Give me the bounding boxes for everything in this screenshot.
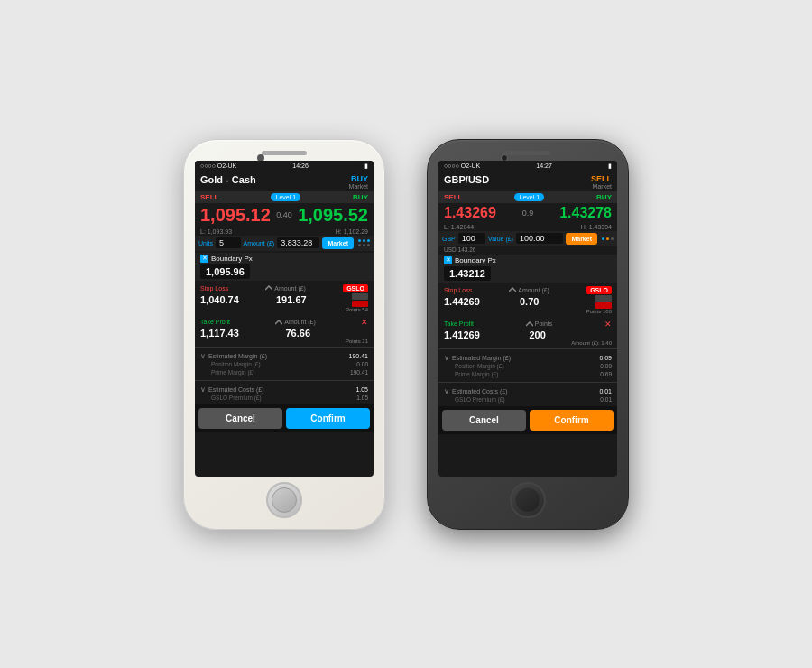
status-bar-right: ○○○○ O2-UK 14:27 ▮	[438, 161, 617, 172]
time-left: 14:26	[292, 162, 309, 169]
market-btn-left[interactable]: Market	[322, 237, 354, 249]
boundary-value-right: 1.43212	[444, 266, 491, 281]
confirm-button-left[interactable]: Confirm	[286, 408, 370, 429]
stop-loss-points-left: Points 54	[200, 307, 368, 312]
low-left: L: 1,093.93	[200, 228, 232, 235]
take-profit-section-right: Take Profit Points ✕ 1.41269 200 Amount …	[438, 318, 617, 348]
boundary-value-left: 1,095.96	[200, 264, 250, 279]
margin-chevron-left: ∨	[200, 352, 206, 360]
boundary-header-right: ✕ Boundary Px	[444, 256, 612, 264]
est-costs-row-right: ∨ Estimated Costs (£) 0.01	[444, 387, 612, 395]
est-margin-title-right: Estimated Margin (£)	[452, 355, 599, 361]
gslo-premium-label-left: GSLO Premium (£)	[211, 394, 262, 401]
bottom-buttons-left: Cancel Confirm	[195, 404, 374, 432]
level-badge-right: Level 1	[514, 193, 544, 201]
phone-speaker-left	[262, 151, 307, 155]
cancel-button-right[interactable]: Cancel	[442, 410, 526, 431]
take-profit-header-right: Take Profit Points ✕	[444, 320, 612, 329]
stop-loss-section-left: Stop Loss Amount (£) GSLO 1,040.74 191.6…	[195, 283, 374, 314]
gslo-premium-label-right: GSLO Premium (£)	[455, 396, 505, 403]
lowhigh-row-left: L: 1,093.93 H: 1,102.29	[195, 227, 374, 236]
boundary-checkbox-left[interactable]: ✕	[200, 255, 208, 263]
prime-margin-label-right: Prime Margin (£)	[455, 371, 498, 377]
order-type-bottom-right: Market	[593, 183, 612, 190]
take-profit-points-right: 200	[530, 329, 613, 340]
take-profit-close-right[interactable]: ✕	[604, 320, 612, 329]
pos-margin-value-left: 0.00	[356, 361, 368, 367]
take-profit-close-left[interactable]: ✕	[361, 318, 368, 327]
boundary-checkbox-right[interactable]: ✕	[444, 256, 452, 264]
market-dots-left	[358, 239, 370, 246]
phone-screen-left: ○○○○ O2-UK 14:26 ▮ Gold - Cash BUY Marke…	[195, 161, 374, 477]
pos-margin-row-right: Position Margin (£) 0.00	[444, 362, 612, 370]
confirm-button-right[interactable]: Confirm	[530, 410, 614, 431]
prime-margin-value-right: 0.69	[600, 371, 612, 377]
take-profit-points-left: Points 21	[200, 339, 368, 344]
amount-label-right: Value (£)	[488, 236, 513, 242]
stop-decrease-left[interactable]	[352, 301, 368, 307]
units-value-left: 5	[216, 237, 241, 248]
take-profit-values-row-left: 1,117.43 76.66	[200, 328, 368, 339]
est-margin-value-left: 190.41	[349, 353, 368, 359]
take-profit-label-left: Take Profit	[200, 319, 230, 325]
carrier-left: ○○○○ O2-UK	[200, 162, 236, 169]
high-left: H: 1,102.29	[336, 228, 368, 235]
gslo-premium-value-left: 1.05	[356, 394, 368, 401]
boundary-header-left: ✕ Boundary Px	[200, 255, 368, 263]
take-profit-points-label-right: Points	[526, 320, 552, 327]
est-margin-row-left: ∨ Estimated Margin (£) 190.41	[200, 352, 368, 360]
gslo-premium-row-left: GSLO Premium (£) 1.05	[200, 394, 368, 402]
prime-margin-row-left: Prime Margin (£) 190.41	[200, 368, 368, 376]
price-sell-right: 1.43269	[444, 205, 496, 221]
amount-label-left: Amount (£)	[244, 240, 275, 246]
costs-chevron-right: ∨	[444, 387, 449, 395]
boundary-title-right: Boundary Px	[455, 256, 496, 264]
est-costs-section-left: ∨ Estimated Costs (£) 1.05 GSLO Premium …	[195, 383, 374, 404]
price-row-right: 1.43269 0.9 1.43278	[438, 203, 617, 223]
amount-value-left: 3,833.28	[277, 237, 319, 248]
take-profit-amount-label-left: Amount (£)	[275, 319, 316, 325]
order-type-top-right: SELL	[591, 174, 612, 183]
est-costs-row-left: ∨ Estimated Costs (£) 1.05	[200, 385, 368, 394]
est-costs-title-right: Estimated Costs (£)	[452, 388, 599, 394]
pos-margin-value-right: 0.00	[600, 363, 612, 369]
prime-margin-row-right: Prime Margin (£) 0.69	[444, 370, 612, 378]
amount-value-right: 100.00	[516, 233, 563, 244]
instrument-right: GBP/USD	[444, 174, 489, 185]
stop-loss-section-right: Stop Loss Amount (£) GSLO 1.44269 0.70	[438, 284, 617, 316]
spread-right: 0.9	[522, 209, 534, 218]
status-bar-left: ○○○○ O2-UK 14:26 ▮	[195, 161, 374, 172]
instrument-left: Gold - Cash	[200, 174, 256, 185]
home-inner-left	[272, 487, 297, 513]
time-right: 14:27	[536, 162, 552, 169]
home-button-left[interactable]	[266, 482, 302, 518]
stop-decrease-right[interactable]	[595, 302, 612, 309]
market-btn-right[interactable]: Market	[566, 233, 597, 245]
take-profit-price-right: 1.41269	[444, 329, 527, 340]
stop-increase-left[interactable]	[352, 293, 368, 300]
stop-loss-amount-left: 191.67	[276, 294, 349, 305]
stop-increase-right[interactable]	[595, 295, 612, 302]
phone-screen-right: ○○○○ O2-UK 14:27 ▮ GBP/USD SELL Market S…	[438, 161, 617, 477]
cancel-button-left[interactable]: Cancel	[198, 408, 282, 429]
est-margin-title-left: Estimated Margin (£)	[208, 353, 349, 359]
battery-left: ▮	[364, 162, 368, 170]
units-label-left: Units	[198, 240, 213, 246]
stop-loss-points-right: Points 100	[444, 309, 612, 314]
market-dots-right	[602, 237, 614, 240]
est-margin-section-left: ∨ Estimated Margin (£) 190.41 Position M…	[195, 349, 374, 379]
pos-margin-label-left: Position Margin (£)	[211, 361, 261, 367]
phone-speaker-right	[505, 151, 550, 155]
bottom-buttons-right: Cancel Confirm	[438, 406, 617, 434]
stop-loss-price-right: 1.44269	[444, 296, 517, 307]
home-button-right[interactable]	[510, 482, 546, 518]
stop-loss-label-left: Stop Loss	[200, 285, 228, 292]
stop-loss-header-left: Stop Loss Amount (£) GSLO	[200, 284, 368, 292]
stop-loss-controls-right	[595, 295, 612, 309]
price-buy-right: 1.43278	[559, 205, 612, 221]
spread-left: 0.40	[276, 210, 292, 219]
order-type-top-left: BUY	[351, 174, 368, 183]
boundary-section-left: ✕ Boundary Px 1,095.96	[195, 253, 374, 281]
level-row-right: SELL Level 1 BUY	[438, 191, 617, 203]
stop-values-row-left: 1,040.74 191.67	[200, 293, 368, 307]
